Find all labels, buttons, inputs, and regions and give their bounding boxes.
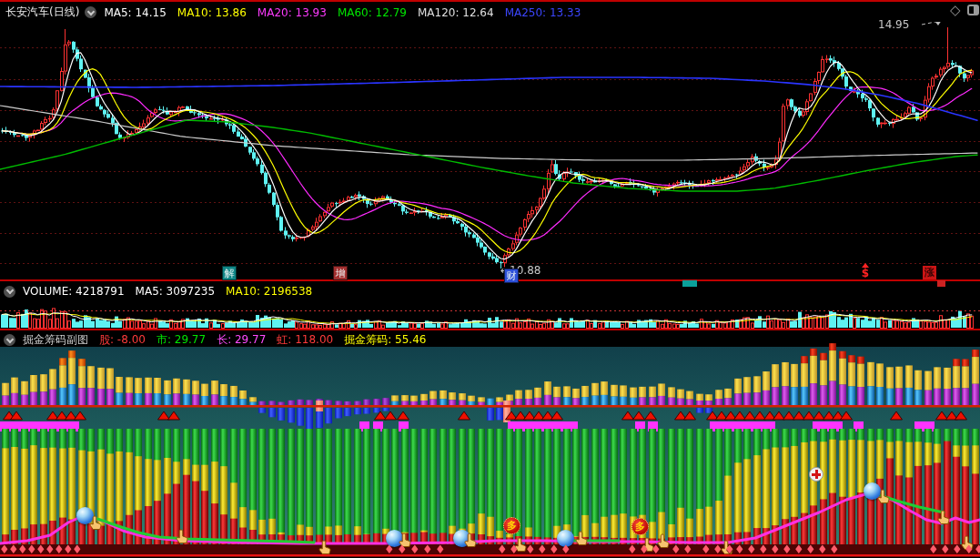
hand-signal-icon [87,515,103,534]
sub-val-hong: 虹: 118.00 [277,332,333,348]
gem-signal-icon: ♦ [639,543,650,555]
gem-signal-icon: ♦ [701,543,712,555]
sub-val-shi: 市: 29.77 [157,332,206,348]
stock-title: 长安汽车(日线) [5,5,79,20]
gem-signal-icon: ♦ [627,543,638,555]
diamond-marker-icon[interactable]: ◇ [950,2,961,18]
indicator-chip-teal[interactable] [682,280,697,287]
ma120-legend: MA120: 12.64 [418,6,494,19]
gem-signal-icon: ♦ [671,543,682,555]
hand-signal-icon [462,533,478,552]
gem-signal-icon: ♦ [651,543,662,555]
event-flag-badge[interactable]: 增 [333,266,348,280]
panel-layout-icon[interactable] [967,5,979,15]
hand-signal-icon [935,510,951,529]
gem-signal-icon: ♦ [435,543,446,555]
duo-bull-badge: 多 [503,517,520,534]
gem-signal-icon: ♦ [509,543,520,555]
gem-signal-icon: ♦ [712,543,723,555]
dollar-label: $ [859,269,872,278]
gem-signal-icon: ♦ [537,543,548,555]
sub-indicator-title: 掘金筹码副图 [23,332,88,348]
sub-panel-header: 掘金筹码副图 股: -8.00 市: 29.77 长: 29.77 虹: 118… [4,332,437,348]
medical-cross-badge [809,467,823,482]
collapse-chevron-icon[interactable] [85,6,96,18]
indicator-chip-red[interactable] [937,280,945,287]
gem-signal-icon: ♦ [724,543,735,555]
sub-val-gu: 股: -8.00 [99,332,146,348]
ma250-legend: MA250: 13.33 [505,6,581,19]
gem-signal-icon: ♦ [397,543,408,555]
gem-signal-icon: ♦ [384,543,395,555]
trading-app-window: 长安汽车(日线) MA5: 14.15 MA10: 13.86 MA20: 13… [0,0,980,558]
gem-signal-icon: ♦ [561,543,571,555]
volume-value: VOLUME: 4218791 [23,285,125,298]
gem-signal-icon: ♦ [940,543,951,555]
event-flag-badge[interactable]: 财 [504,269,519,283]
gem-signal-icon: ♦ [782,543,793,555]
gem-signal-icon: ♦ [746,543,757,555]
main-chart-header: 长安汽车(日线) MA5: 14.15 MA10: 13.86 MA20: 13… [5,5,591,20]
zhang-signal-marker[interactable]: 涨 [923,266,936,279]
sub-val-chang: 长: 29.77 [217,332,266,348]
gem-signal-icon: ♦ [72,543,83,555]
ma60-legend: MA60: 12.79 [338,6,407,19]
gem-signal-icon: ♦ [525,543,536,555]
collapse-chevron-icon[interactable] [4,334,15,346]
gem-signal-icon: ♦ [682,543,693,555]
gem-signal-icon: ♦ [805,543,816,555]
gem-signal-icon: ♦ [497,543,508,555]
gem-signal-icon: ♦ [422,543,433,555]
dollar-signal-marker[interactable]: $ [859,263,872,278]
duo-bull-badge: 多 [631,518,649,535]
hand-signal-icon [317,540,332,558]
gem-signal-icon: ♦ [793,543,804,555]
high-price-annotation: 14.95 [878,18,909,31]
gem-signal-icon: ♦ [952,543,963,555]
gem-signal-icon: ♦ [817,543,828,555]
volume-panel-header: VOLUME: 4218791 MA5: 3097235 MA10: 21965… [4,285,323,298]
chart-canvas[interactable] [0,0,980,558]
ma5-legend: MA5: 14.15 [104,6,166,19]
gem-signal-icon: ♦ [829,543,840,555]
gem-signal-icon: ♦ [758,543,769,555]
collapse-chevron-icon[interactable] [4,286,15,298]
volume-ma5: MA5: 3097235 [136,285,216,298]
gem-signal-icon: ♦ [549,543,560,555]
ma10-legend: MA10: 13.86 [177,6,247,19]
volume-ma10: MA10: 2196538 [226,285,312,298]
ma20-legend: MA20: 13.93 [258,6,327,19]
hand-signal-icon [573,531,589,550]
sub-val-chouma: 掘金筹码: 55.46 [344,332,426,348]
event-flag-badge[interactable]: 解 [222,266,237,280]
gem-signal-icon: ♦ [974,543,980,555]
hand-signal-icon [174,529,189,548]
gem-signal-icon: ♦ [964,543,975,555]
gem-signal-icon: ♦ [409,543,420,555]
gem-signal-icon: ♦ [734,543,745,555]
gem-signal-icon: ♦ [928,543,939,555]
gem-signal-icon: ♦ [770,543,781,555]
hand-signal-icon [875,489,891,508]
